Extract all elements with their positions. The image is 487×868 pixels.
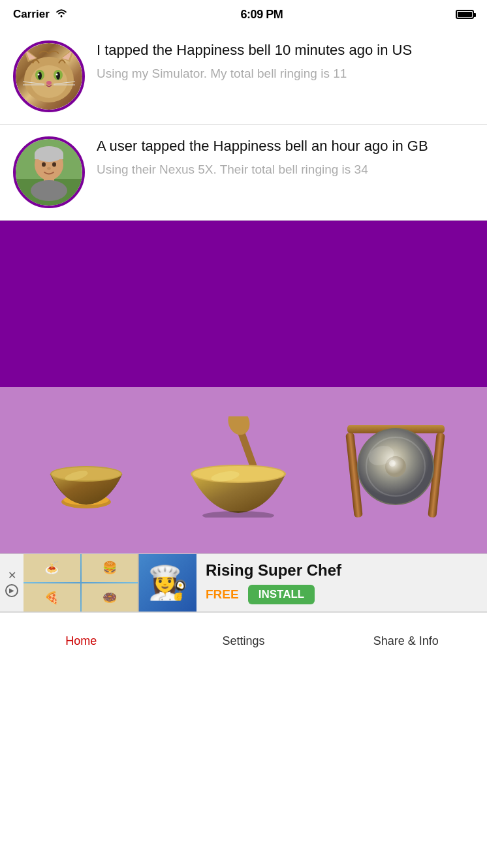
bell-gong[interactable] — [336, 413, 456, 521]
tab-bar: Home Settings Share & Info — [0, 612, 487, 670]
svg-point-25 — [47, 167, 51, 170]
svg-point-10 — [56, 72, 60, 80]
ad-play-button[interactable]: ▶ — [5, 584, 18, 597]
status-time: 6:09 PM — [241, 8, 283, 22]
feed-item-1: I tapped the Happiness bell 10 minutes a… — [0, 29, 487, 125]
tab-home-label[interactable]: Home — [65, 634, 97, 648]
svg-point-0 — [60, 15, 62, 17]
food-cell-3: 🍕 — [24, 583, 80, 612]
tab-share-info[interactable]: Share & Info — [324, 628, 487, 648]
bell-bowl1[interactable] — [31, 425, 142, 510]
tab-home[interactable]: Home — [0, 628, 163, 648]
feed-text-2: A user tapped the Happiness bell an hour… — [97, 136, 474, 178]
svg-point-9 — [38, 72, 42, 80]
cat-avatar — [16, 43, 82, 110]
wifi-icon — [55, 8, 68, 22]
bells-section[interactable] — [0, 387, 487, 553]
ad-close-button[interactable]: ✕ — [8, 569, 16, 581]
ad-banner[interactable]: ✕ ▶ 🍝 🍔 🍕 🍩 👩‍🍳 Rising Super Chef FREE I… — [0, 553, 487, 612]
ad-buttons: FREE INSTALL — [206, 585, 478, 604]
food-collage: 🍝 🍔 🍕 🍩 — [24, 553, 138, 612]
tab-settings[interactable]: Settings — [163, 628, 325, 648]
svg-point-12 — [56, 74, 58, 76]
ad-title: Rising Super Chef — [206, 561, 478, 580]
ad-free-label: FREE — [206, 587, 239, 602]
feed-main-2: A user tapped the Happiness bell an hour… — [97, 136, 474, 156]
feed-text-1: I tapped the Happiness bell 10 minutes a… — [97, 40, 474, 82]
feed-main-1: I tapped the Happiness bell 10 minutes a… — [97, 40, 474, 60]
food-cell-1: 🍝 — [24, 553, 80, 582]
svg-point-24 — [52, 163, 56, 167]
tab-settings-label[interactable]: Settings — [222, 634, 264, 648]
svg-point-34 — [225, 416, 254, 438]
svg-point-13 — [46, 81, 52, 85]
ad-game-character: 👩‍🍳 — [148, 564, 188, 602]
ad-image-area: 🍝 🍔 🍕 🍩 — [24, 553, 138, 612]
battery-icon — [456, 10, 474, 19]
feed-sub-1: Using my Simulator. My total bell ringin… — [97, 65, 474, 83]
ad-install-button[interactable]: INSTALL — [248, 585, 315, 604]
svg-point-27 — [31, 180, 67, 201]
food-cell-2: 🍔 — [82, 553, 138, 582]
status-carrier-area: Carrier — [13, 8, 68, 22]
svg-point-45 — [389, 460, 396, 467]
carrier-label: Carrier — [13, 8, 50, 21]
feed-sub-2: Using their Nexus 5X. Their total bell r… — [97, 161, 474, 179]
svg-point-23 — [42, 163, 46, 167]
food-cell-4: 🍩 — [82, 583, 138, 612]
tab-share-info-label[interactable]: Share & Info — [373, 634, 439, 648]
person-avatar — [16, 139, 82, 206]
feed-item-2: A user tapped the Happiness bell an hour… — [0, 125, 487, 221]
svg-point-38 — [202, 511, 274, 518]
svg-point-11 — [38, 74, 40, 76]
ad-game-icon: 👩‍🍳 — [138, 553, 196, 612]
svg-rect-22 — [35, 154, 63, 159]
battery-area — [456, 10, 474, 19]
avatar-1 — [13, 40, 85, 112]
purple-section — [0, 221, 487, 387]
ad-content: Rising Super Chef FREE INSTALL — [196, 553, 487, 612]
ad-close-area: ✕ ▶ — [0, 569, 24, 597]
avatar-2 — [13, 136, 85, 208]
status-bar: Carrier 6:09 PM — [0, 0, 487, 29]
bell-bowl2[interactable] — [176, 416, 300, 518]
